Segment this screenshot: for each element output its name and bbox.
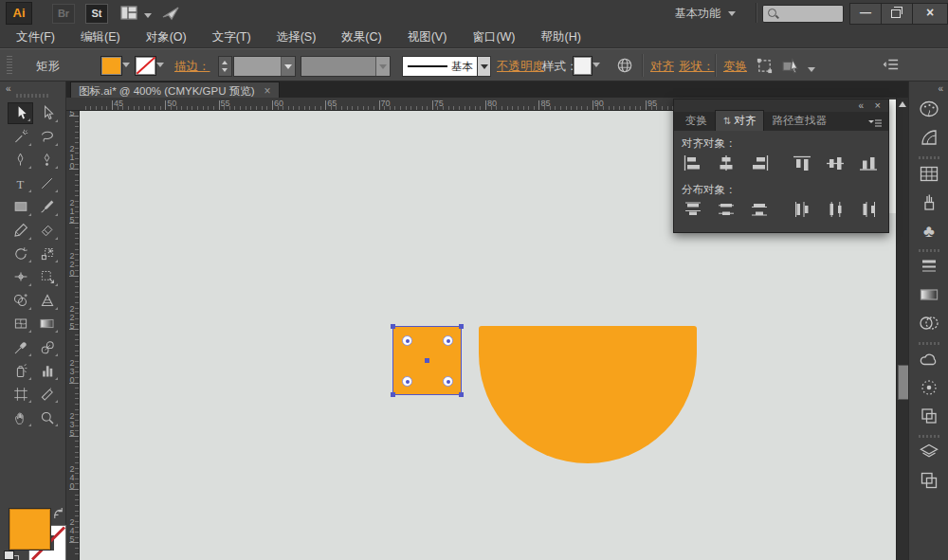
anchor-point[interactable] [459, 392, 464, 397]
dist-left-button[interactable] [789, 200, 815, 223]
menu-item-2[interactable]: 对象(O) [134, 29, 200, 45]
style-control[interactable] [573, 56, 607, 75]
lasso-tool[interactable] [34, 126, 60, 148]
panel-tab-0[interactable]: 变换 [678, 111, 715, 131]
graphic-styles-panel-button[interactable] [909, 404, 948, 432]
workspace-switcher[interactable]: 基本功能 [675, 6, 720, 22]
fill-color-control[interactable] [100, 56, 137, 75]
control-panel-menu-button[interactable] [882, 57, 901, 76]
dist-top-button[interactable] [680, 200, 706, 223]
width-tool[interactable] [8, 266, 33, 288]
color-guide-panel-button[interactable] [909, 125, 948, 154]
opacity-link[interactable]: 不透明度 [497, 59, 544, 75]
menu-item-7[interactable]: 窗口(W) [460, 29, 528, 45]
vertical-scrollbar[interactable] [896, 98, 908, 560]
default-fill-stroke-button[interactable] [4, 551, 19, 560]
appearance-panel-button[interactable] [909, 375, 948, 404]
style-swatch[interactable] [573, 56, 592, 76]
menu-item-4[interactable]: 选择(S) [264, 29, 330, 45]
chevron-down-icon[interactable] [375, 57, 390, 76]
brushes-panel-button[interactable] [909, 190, 948, 218]
corner-radius-widget[interactable] [402, 335, 412, 346]
dock-group-separator[interactable] [909, 246, 948, 254]
menu-item-5[interactable]: 效果(C) [329, 29, 394, 45]
scroll-up-icon[interactable] [899, 101, 906, 107]
type-tool[interactable]: T [8, 172, 33, 194]
libraries-panel-button[interactable] [909, 347, 948, 375]
layers-panel-button[interactable] [909, 440, 948, 468]
hand-tool[interactable] [8, 406, 33, 428]
dock-group-separator[interactable] [909, 432, 948, 440]
align-top-button[interactable] [789, 154, 815, 176]
corner-radius-widget[interactable] [443, 335, 453, 346]
shape-link[interactable]: 形状： [679, 59, 715, 75]
rotate-tool[interactable] [8, 243, 33, 264]
corner-radius-widget[interactable] [443, 376, 453, 387]
menu-item-6[interactable]: 视图(V) [395, 29, 461, 45]
stroke-color-control[interactable] [135, 56, 171, 75]
stroke-link[interactable]: 描边： [174, 59, 210, 75]
stroke-weight-stepper[interactable] [218, 56, 232, 77]
tab-close-icon[interactable]: × [264, 84, 271, 98]
brush-dropdown-button[interactable] [477, 56, 491, 77]
panel-tab-2[interactable]: 路径查找器 [764, 111, 834, 131]
transparency-panel-button[interactable] [909, 311, 948, 339]
bridge-button[interactable]: Br [52, 4, 75, 24]
chevron-down-icon[interactable] [592, 63, 600, 67]
variable-width-combo[interactable] [301, 56, 391, 77]
align-link[interactable]: 对齐 [650, 59, 674, 75]
chevron-down-icon[interactable] [156, 63, 164, 67]
scale-tool[interactable] [34, 243, 60, 264]
rectangle-tool[interactable] [8, 196, 33, 218]
expand-dock-button[interactable]: « [938, 83, 942, 94]
selection-tool[interactable] [8, 102, 33, 124]
stepper-down-icon[interactable] [222, 68, 228, 72]
dist-h-center-button[interactable] [822, 200, 848, 223]
arrange-documents-button[interactable] [120, 6, 152, 25]
align-bottom-button[interactable] [855, 154, 882, 176]
align-right-button[interactable] [746, 154, 773, 176]
anchor-point[interactable] [391, 392, 395, 397]
swatches-panel-button[interactable] [909, 161, 948, 190]
zoom-tool[interactable] [34, 406, 60, 428]
gradient-tool[interactable] [34, 313, 60, 334]
isolate-selection-button[interactable] [781, 57, 815, 78]
artboard-tool[interactable] [8, 383, 33, 405]
selected-square[interactable] [393, 327, 461, 394]
align-left-button[interactable] [680, 154, 706, 176]
panel-tab-1[interactable]: ⇅对齐 [715, 110, 764, 131]
curvature-tool[interactable] [34, 149, 60, 171]
slice-tool[interactable] [34, 383, 60, 405]
symbols-panel-button[interactable]: ♣ [909, 218, 948, 246]
restore-button[interactable] [881, 3, 913, 25]
bounding-box-button[interactable] [756, 57, 774, 79]
line-segment-tool[interactable] [34, 172, 60, 194]
menu-item-0[interactable]: 文件(F) [4, 29, 68, 45]
controlbar-grip[interactable] [7, 56, 12, 75]
stock-button[interactable]: St [85, 4, 108, 24]
fill-swatch[interactable] [100, 56, 122, 76]
stepper-up-icon[interactable] [222, 61, 228, 64]
bowl-shape[interactable] [479, 326, 697, 463]
dist-bottom-button[interactable] [746, 200, 773, 223]
chevron-down-icon[interactable] [281, 57, 295, 76]
blend-tool[interactable] [34, 336, 60, 358]
color-panel-button[interactable] [909, 97, 948, 125]
stroke-panel-button[interactable] [909, 254, 948, 282]
dock-group-separator[interactable] [909, 339, 948, 347]
swap-fill-stroke-button[interactable] [52, 506, 64, 523]
chevron-down-icon[interactable] [122, 63, 130, 67]
magic-wand-tool[interactable] [8, 126, 33, 148]
paintbrush-tool[interactable] [34, 196, 60, 218]
document-tab[interactable]: 图标.ai* @ 400% (CMYK/GPU 预览) × [70, 81, 280, 99]
dock-group-separator[interactable] [909, 154, 948, 161]
perspective-grid-tool[interactable] [34, 290, 60, 312]
tools-grip[interactable] [16, 94, 48, 98]
menu-item-1[interactable]: 编辑(E) [68, 29, 134, 45]
free-transform-tool[interactable] [34, 266, 60, 288]
direct-selection-tool[interactable] [34, 102, 60, 124]
search-input[interactable] [762, 5, 844, 23]
center-point[interactable] [425, 358, 429, 363]
pen-tool[interactable] [8, 149, 33, 171]
close-button[interactable]: × [912, 3, 948, 25]
